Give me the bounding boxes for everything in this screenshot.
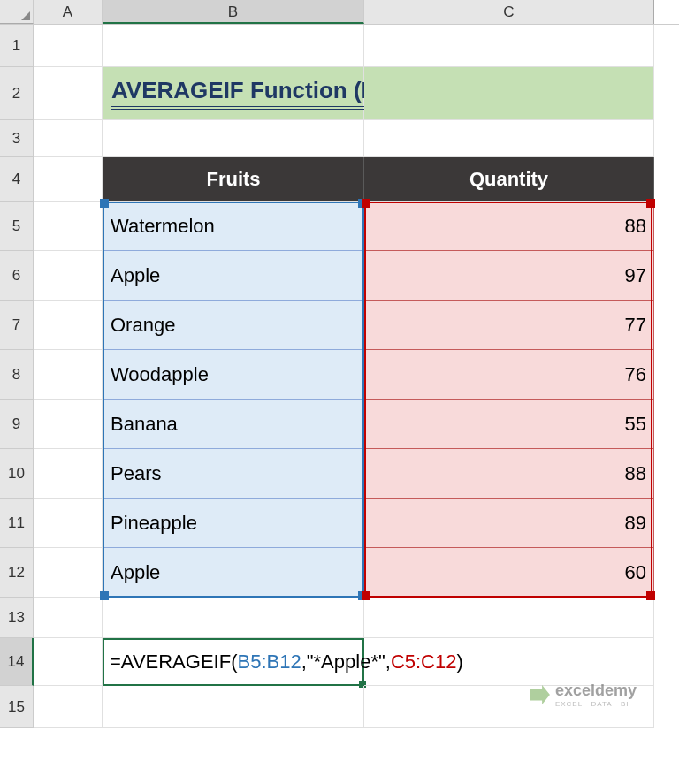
table-row[interactable]: Pears [103,449,364,499]
cell[interactable] [103,25,364,67]
watermark-tagline: EXCEL · DATA · BI [555,700,637,708]
row-header-8[interactable]: 8 [0,350,34,400]
table-row[interactable]: Orange [103,301,364,350]
cell[interactable] [34,67,103,120]
table-row[interactable]: Watermelon [103,202,364,251]
column-headers: A B C [0,0,679,25]
table-row[interactable]: Banana [103,400,364,449]
table-row[interactable]: 60 [364,548,654,598]
logo-icon [530,685,550,704]
table-row[interactable]: Apple [103,548,364,598]
table-header-fruits[interactable]: Fruits [103,157,364,202]
cell[interactable] [34,638,103,686]
table-row[interactable]: Apple [103,251,364,301]
row-header-14[interactable]: 14 [0,638,34,686]
watermark-name: exceldemy [555,681,637,700]
row-headers: 1 2 3 4 5 6 7 8 9 10 11 12 13 14 15 [0,25,34,728]
watermark: exceldemy EXCEL · DATA · BI [530,681,637,708]
active-cell[interactable]: =AVERAGEIF(B5:B12,"*Apple*",C5:C12) [103,638,364,686]
column-header-C[interactable]: C [364,0,654,24]
table-row[interactable]: 76 [364,350,654,400]
cell[interactable] [34,25,103,67]
row-header-5[interactable]: 5 [0,202,34,251]
row-header-13[interactable]: 13 [0,598,34,638]
cell[interactable] [34,120,103,157]
spreadsheet: A B C 1 2 3 4 5 6 7 8 9 10 11 12 13 14 1… [0,0,679,784]
table-row[interactable]: 89 [364,499,654,548]
grid: AVERAGEIF Function (Match in String) Fru… [34,25,654,728]
table-row[interactable]: 55 [364,400,654,449]
row-header-6[interactable]: 6 [0,251,34,301]
cell[interactable] [34,449,103,499]
cell[interactable] [34,251,103,301]
row-header-7[interactable]: 7 [0,301,34,350]
cell[interactable] [364,120,654,157]
table-row[interactable]: 88 [364,449,654,499]
row-header-12[interactable]: 12 [0,548,34,598]
row-header-15[interactable]: 15 [0,686,34,728]
table-row[interactable]: 97 [364,251,654,301]
row-header-2[interactable]: 2 [0,67,34,120]
column-header-A[interactable]: A [34,0,103,24]
cell[interactable] [34,202,103,251]
table-header-quantity[interactable]: Quantity [364,157,654,202]
row-header-9[interactable]: 9 [0,400,34,449]
row-header-11[interactable]: 11 [0,499,34,548]
cell[interactable] [34,499,103,548]
cell[interactable] [34,157,103,202]
table-row[interactable]: 88 [364,202,654,251]
row-header-1[interactable]: 1 [0,25,34,67]
cell[interactable] [364,598,654,638]
title-cell[interactable]: AVERAGEIF Function (Match in String) [103,67,364,120]
cell[interactable] [34,350,103,400]
row-header-10[interactable]: 10 [0,449,34,499]
cell[interactable] [34,598,103,638]
cell[interactable] [103,120,364,157]
cell[interactable] [34,400,103,449]
cell[interactable] [364,25,654,67]
cell[interactable] [34,548,103,598]
cell[interactable] [364,638,654,686]
cell[interactable] [364,67,654,120]
cell[interactable] [103,598,364,638]
select-all-corner[interactable] [0,0,34,24]
cell[interactable] [103,686,364,728]
table-row[interactable]: 77 [364,301,654,350]
cell[interactable] [34,686,103,728]
column-header-B[interactable]: B [103,0,364,24]
cell[interactable] [34,301,103,350]
row-header-4[interactable]: 4 [0,157,34,202]
table-row[interactable]: Woodapple [103,350,364,400]
row-header-3[interactable]: 3 [0,120,34,157]
table-row[interactable]: Pineapple [103,499,364,548]
